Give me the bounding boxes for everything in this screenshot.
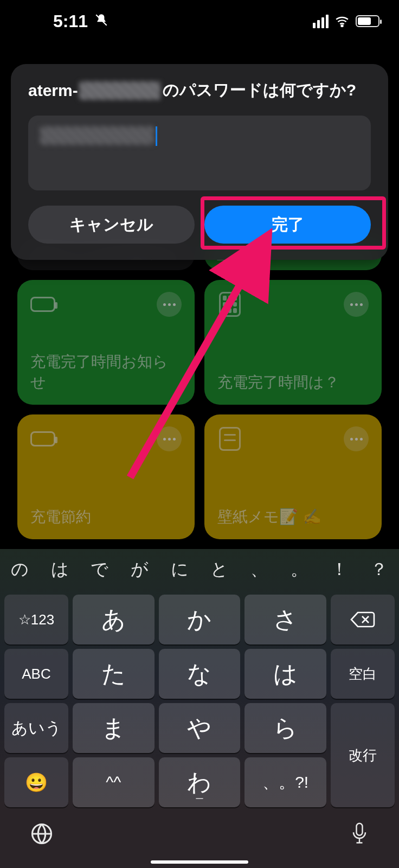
kb-suggestion[interactable]: に [159, 558, 200, 582]
annotation-highlight [201, 196, 386, 250]
shortcut-title: 充電完了時間お知らせ [30, 352, 182, 393]
redacted-password [40, 126, 154, 145]
silent-icon [94, 11, 108, 31]
redacted-ssid [79, 81, 160, 100]
kb-suggestion[interactable]: 。 [279, 558, 319, 582]
kb-suggestion[interactable]: 、 [240, 558, 280, 582]
kb-mode-kana[interactable]: あいう [4, 703, 68, 753]
home-indicator[interactable] [151, 860, 248, 864]
shortcut-title: 充電節約 [30, 507, 182, 527]
more-icon[interactable] [344, 292, 369, 317]
battery-icon [30, 426, 55, 451]
shortcut-title: 充電完了時間は？ [217, 372, 369, 393]
dialog-title: aterm- のパスワードは何ですか? [28, 79, 371, 101]
kb-suggestion[interactable]: ？ [359, 558, 399, 582]
mic-icon[interactable] [350, 822, 369, 851]
document-icon [217, 426, 242, 451]
keyboard: の は で が に と 、 。 ！ ？ ☆123 あ か さ ABC た な は… [0, 549, 399, 868]
kb-key[interactable]: あ [73, 595, 155, 644]
shortcut-card[interactable]: 充電完了時間は？ [204, 280, 382, 405]
kb-key[interactable]: た [73, 649, 155, 699]
title-suffix: のパスワードは何ですか? [163, 79, 356, 101]
globe-icon[interactable] [30, 822, 53, 850]
password-input[interactable] [28, 116, 371, 190]
kb-key[interactable]: な [159, 649, 241, 699]
more-icon[interactable] [157, 292, 182, 317]
kb-mode-numbers[interactable]: ☆123 [4, 595, 68, 644]
more-icon[interactable] [157, 426, 182, 451]
kb-mode-abc[interactable]: ABC [4, 649, 68, 699]
kb-suggestion-bar: の は で が に と 、 。 ！ ？ [0, 549, 399, 590]
kb-key[interactable]: ま [73, 703, 155, 753]
kb-emoji[interactable]: 😀 [4, 757, 68, 807]
cellular-icon [313, 15, 329, 28]
kb-return[interactable]: 改行 [331, 703, 395, 807]
cancel-button[interactable]: キャンセル [28, 206, 195, 244]
kb-space[interactable]: 空白 [331, 649, 395, 699]
kb-backspace[interactable] [331, 595, 395, 644]
kb-suggestion[interactable]: は [40, 558, 80, 582]
kb-key[interactable]: は [244, 649, 326, 699]
kb-key[interactable]: わー [159, 757, 241, 807]
more-icon[interactable] [344, 426, 369, 451]
kb-key[interactable]: や [159, 703, 241, 753]
status-time: 5:11 [53, 11, 88, 31]
kb-suggestion[interactable]: ！ [319, 558, 359, 582]
battery-icon [356, 15, 379, 27]
calculator-icon [217, 292, 242, 317]
kb-key[interactable]: ら [244, 703, 326, 753]
shortcut-card[interactable]: 壁紙メモ📝 ✍️ [204, 414, 382, 539]
text-cursor [156, 126, 157, 146]
svg-rect-3 [357, 823, 363, 835]
kb-suggestion[interactable]: と [200, 558, 240, 582]
kb-key[interactable]: さ [244, 595, 326, 644]
kb-suggestion[interactable]: で [80, 558, 120, 582]
wifi-icon [335, 11, 349, 31]
title-prefix: aterm- [28, 81, 78, 100]
status-bar: 5:11 [0, 0, 399, 42]
shortcut-grid: QRコードを作成する _準 充電完了時間お知らせ 充電完了時間は？ [17, 228, 382, 573]
kb-suggestion[interactable]: が [120, 558, 160, 582]
shortcut-card[interactable]: 充電節約 [17, 414, 195, 539]
kb-suggestion[interactable]: の [0, 558, 40, 582]
kb-key[interactable]: か [159, 595, 241, 644]
kb-key[interactable]: ^^ [73, 757, 155, 807]
battery-icon [30, 292, 55, 317]
shortcut-title: 壁紙メモ📝 ✍️ [217, 507, 369, 527]
shortcut-card[interactable]: 充電完了時間お知らせ [17, 280, 195, 405]
svg-point-0 [341, 25, 343, 27]
kb-key[interactable]: 、。?! [244, 757, 326, 807]
